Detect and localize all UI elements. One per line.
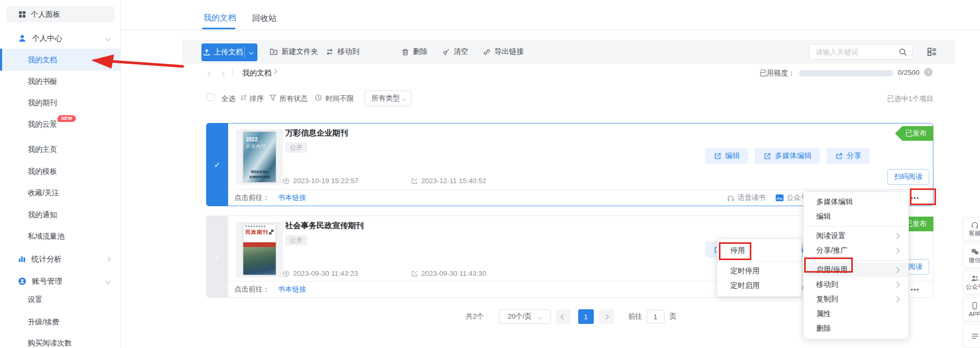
more-actions-button[interactable]: ⋯ [910,285,919,295]
float-item-customer-service[interactable]: 客服 [963,217,980,241]
breadcrumb-arrow-icon [272,69,277,74]
submenu-item-scheduled-disable[interactable]: 定时停用 [717,264,801,278]
move-to-button[interactable]: 移动到 [325,40,359,64]
float-item-app[interactable]: APP [963,297,980,321]
new-folder-button[interactable]: 新建文件夹 [269,40,318,64]
clear-button[interactable]: 清空 [442,40,468,64]
nav-forward-icon[interactable] [220,69,224,77]
document-title[interactable]: 社会事务民政宣传期刊 [285,221,364,231]
next-page-button[interactable] [599,309,614,324]
document-title[interactable]: 万彩信息企业期刊 [285,128,348,138]
voice-reading-link[interactable]: 语音读书 [727,193,766,203]
sidebar-item-upgrade[interactable]: 升级/续费 [0,311,120,333]
per-page-dropdown[interactable]: 20个/页 [499,309,551,324]
upload-document-button[interactable]: 上传文档 [201,43,257,61]
share-button[interactable]: 分享 [827,148,870,164]
updated-date-text: 2023-09-30 11:43:30 [421,270,486,277]
edit-button[interactable]: 编辑 [705,148,748,164]
type-filter-dropdown[interactable]: 所有类型 [365,91,411,106]
menu-item-copy-to[interactable]: 复制到 [804,292,908,307]
prev-page-button[interactable] [556,309,571,324]
book-link[interactable]: 书本链接 [278,285,307,294]
sidebar-item-favorites[interactable]: 收藏/关注 [0,182,120,204]
sidebar-item-dashboard[interactable]: 个人面板 [6,6,115,23]
filter-funnel-icon[interactable] [269,94,277,102]
book-link[interactable]: 书本链接 [278,193,307,203]
view-mode-toggle-icon[interactable] [927,47,937,57]
sidebar-item-my-homepage[interactable]: 我的主页 [0,138,120,160]
export-link-button[interactable]: 导出链接 [483,40,524,64]
sidebar-item-my-journal[interactable]: 我的期刊 [0,92,120,114]
sidebar-item-settings[interactable]: 设置 [0,288,120,310]
time-filter-label[interactable]: 时间不限 [325,94,354,104]
sort-label[interactable]: 排序 [250,94,264,104]
nav-back-icon[interactable] [208,69,212,77]
chevron-right-icon [894,267,899,273]
card-select-checkbox[interactable]: ✓ [206,123,228,206]
sidebar-group-statistics[interactable]: 统计分析 [0,251,120,267]
breadcrumb[interactable]: 我的文档 [242,69,272,78]
edit-icon [763,152,771,160]
select-all-label[interactable]: 全选 [221,94,235,104]
sidebar-item-label: 我的文档 [28,55,57,64]
menu-item-label: 移动到 [816,280,838,289]
float-item-official-account[interactable]: 公众号 [963,271,980,295]
submenu-item-scheduled-enable[interactable]: 定时启用 [717,278,801,293]
menu-item-delete[interactable]: 删除 [804,321,908,336]
menu-item-share-promote[interactable]: 分享/推广 [804,243,908,258]
document-thumbnail[interactable]: 民政期刊 [236,222,283,277]
multimedia-edit-button[interactable]: 多媒体编辑 [755,148,820,164]
menu-item-properties[interactable]: 属性 [804,307,908,321]
submenu-item-disable[interactable]: 停用 [717,242,801,259]
sidebar-item-my-bookshelf[interactable]: 我的书橱 [0,70,120,92]
edit-time-icon [411,270,418,277]
current-page-button[interactable]: 1 [578,309,594,324]
goto-page-input[interactable] [647,310,664,323]
search-input[interactable] [809,44,912,59]
tab-my-documents[interactable]: 我的文档 [204,13,236,24]
sidebar-item-buy-reads[interactable]: 购买阅读次数 [0,332,120,348]
sidebar-item-private-traffic[interactable]: 私域流量池 [0,225,120,247]
header-divider [121,30,980,30]
sidebar-item-my-documents[interactable]: 我的文档 [0,49,120,71]
help-icon[interactable]: ? [924,68,932,76]
menu-item-enable-disable[interactable]: 启用/停用 [804,263,908,277]
card-action-buttons: 编辑 多媒体编辑 分享 [705,148,870,164]
menu-item-label: 属性 [816,309,831,319]
sidebar-item-notifications[interactable]: 我的通知 [0,204,120,226]
wechat-icon [971,248,979,255]
menu-item-edit[interactable]: 编辑 [804,209,908,224]
delete-button[interactable]: 删除 [401,40,427,64]
sidebar: 个人面板 个人中心 我的文档 我的书橱 我的期刊 我的云景 NEW 我的主页 我… [0,0,121,348]
clock-icon[interactable] [314,94,322,102]
menu-item-move-to[interactable]: 移动到 [804,277,908,292]
menu-item-label: 删除 [816,324,831,333]
select-all-checkbox[interactable] [207,93,215,101]
menu-item-reading-settings[interactable]: 阅读设置 [804,229,908,243]
more-actions-button[interactable]: ⋯ [910,193,919,203]
sidebar-group-account[interactable]: 账号管理 [0,273,120,289]
qr-read-button[interactable]: 扫码阅读 [887,169,929,185]
float-item-label: 微信 [969,256,980,264]
float-item-wechat[interactable]: 微信 [963,244,980,268]
tab-label: 我的文档 [204,13,236,22]
menu-item-label: 多媒体编辑 [816,197,853,207]
goto-page-label: 前往 [628,312,643,321]
float-item-partial[interactable] [963,324,980,348]
status-filter-label[interactable]: 所有状态 [279,94,308,104]
account-icon [18,277,27,286]
upload-dropdown-toggle[interactable] [245,51,257,54]
sidebar-group-personal-center[interactable]: 个人中心 [0,30,120,46]
cover-subtitle: 应用软件开发商 [250,175,270,178]
sidebar-group-label: 统计分析 [31,254,62,264]
toolbar-action-label: 删除 [413,47,427,57]
image-icon [775,194,784,201]
document-thumbnail[interactable]: 2022 企业内刊 领先的全球化应用软件开发商 [236,129,283,185]
tab-recycle-bin[interactable]: 回收站 [252,13,277,24]
sidebar-item-my-templates[interactable]: 我的模板 [0,160,120,182]
card-select-checkbox[interactable]: ✓ [206,216,228,298]
menu-item-multimedia-edit[interactable]: 多媒体编辑 [804,195,908,209]
sort-icon[interactable] [240,94,247,102]
cover-year: 2022 [246,137,257,142]
search-icon[interactable] [898,48,907,57]
